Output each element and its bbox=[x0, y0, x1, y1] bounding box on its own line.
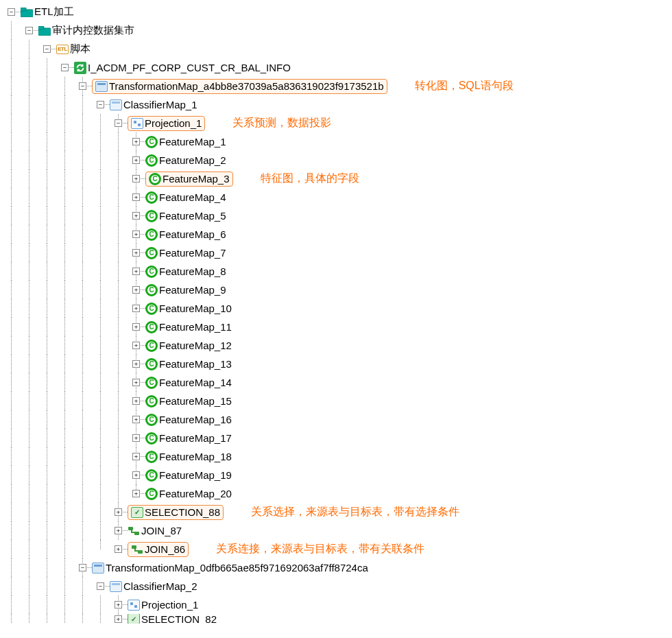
toggle-plus-icon[interactable]: + bbox=[132, 323, 140, 331]
annotation-text: 特征图，具体的字段 bbox=[261, 172, 359, 186]
toggle-minus-icon[interactable]: − bbox=[97, 582, 104, 590]
tree-node-featuremap[interactable]: +CFeatureMap_5 bbox=[3, 206, 669, 225]
node-label: FeatureMap_7 bbox=[159, 247, 226, 259]
featuremap-icon: C bbox=[145, 414, 158, 426]
node-label: FeatureMap_2 bbox=[159, 154, 226, 166]
featuremap-icon: C bbox=[145, 321, 158, 333]
node-label: FeatureMap_13 bbox=[159, 358, 232, 370]
node-label: I_ACDM_PF_CORP_CUST_CR_BAL_INFO bbox=[88, 62, 291, 73]
tree-node-featuremap[interactable]: +CFeatureMap_14 bbox=[3, 373, 669, 392]
tree-view: − ETL加工 − 审计内控数据集市 − ETL 脚本 − I_ACDM_PF_… bbox=[3, 3, 669, 624]
join-icon bbox=[128, 525, 140, 537]
toggle-minus-icon[interactable]: − bbox=[115, 119, 122, 127]
toggle-plus-icon[interactable]: + bbox=[132, 471, 140, 479]
tree-node-selection-88[interactable]: + ✓ SELECTION_88 关系选择，来源表与目标表，带有选择条件 bbox=[3, 503, 669, 521]
tree-node-featuremap[interactable]: +CFeatureMap_9 bbox=[3, 281, 669, 299]
tree-node-featuremap[interactable]: +CFeatureMap_15 bbox=[3, 392, 669, 410]
tree-node-featuremap[interactable]: +CFeatureMap_2 bbox=[3, 151, 669, 169]
toggle-plus-icon[interactable]: + bbox=[132, 231, 140, 238]
toggle-plus-icon[interactable]: + bbox=[132, 416, 140, 423]
toggle-minus-icon[interactable]: − bbox=[8, 8, 15, 16]
toggle-plus-icon[interactable]: + bbox=[132, 249, 140, 257]
svg-rect-3 bbox=[38, 26, 44, 29]
toggle-plus-icon[interactable]: + bbox=[132, 342, 140, 349]
toggle-minus-icon[interactable]: − bbox=[43, 45, 51, 53]
node-label: FeatureMap_9 bbox=[159, 284, 226, 296]
tree-node-join-86[interactable]: + JOIN_86 关系连接，来源表与目标表，带有关联条件 bbox=[3, 540, 669, 558]
toggle-plus-icon[interactable]: + bbox=[115, 527, 122, 534]
highlight-box: CFeatureMap_3 bbox=[145, 172, 233, 187]
tree-node-featuremap[interactable]: +CFeatureMap_8 bbox=[3, 262, 669, 281]
tree-node-transmap-1[interactable]: − TransformationMap_a4bb8e37039a5a836319… bbox=[3, 77, 669, 95]
tree-node-script[interactable]: − ETL 脚本 bbox=[3, 40, 669, 58]
toggle-plus-icon[interactable]: + bbox=[132, 453, 140, 460]
toggle-minus-icon[interactable]: − bbox=[97, 101, 104, 108]
featuremap-icon: C bbox=[145, 451, 158, 463]
tree-node-featuremap[interactable]: +CFeatureMap_16 bbox=[3, 410, 669, 429]
toggle-plus-icon[interactable]: + bbox=[132, 305, 140, 312]
tree-node-featuremap[interactable]: +CFeatureMap_20 bbox=[3, 484, 669, 503]
annotation-text: 关系连接，来源表与目标表，带有关联条件 bbox=[216, 542, 424, 556]
toggle-plus-icon[interactable]: + bbox=[132, 156, 140, 164]
tree-node-proc[interactable]: − I_ACDM_PF_CORP_CUST_CR_BAL_INFO bbox=[3, 58, 669, 77]
tree-node-featuremap[interactable]: +CFeatureMap_17 bbox=[3, 429, 669, 447]
tree-node-featuremap[interactable]: +CFeatureMap_19 bbox=[3, 466, 669, 484]
tree-node-featuremap[interactable]: +CFeatureMap_3特征图，具体的字段 bbox=[3, 169, 669, 188]
toggle-minus-icon[interactable]: − bbox=[25, 27, 33, 34]
tree-node-selection-82[interactable]: + ✓ SELECTION_82 bbox=[3, 614, 669, 624]
join-icon bbox=[131, 543, 143, 556]
toggle-plus-icon[interactable]: + bbox=[132, 360, 140, 368]
toggle-plus-icon[interactable]: + bbox=[132, 397, 140, 405]
toggle-minus-icon[interactable]: − bbox=[79, 564, 86, 571]
classifier-map-icon bbox=[110, 580, 122, 593]
node-label: FeatureMap_3 bbox=[163, 173, 230, 185]
toggle-plus-icon[interactable]: + bbox=[132, 268, 140, 275]
toggle-plus-icon[interactable]: + bbox=[115, 508, 122, 516]
annotation-text: 转化图，SQL语句段 bbox=[415, 79, 514, 93]
node-label: JOIN_86 bbox=[145, 543, 185, 555]
featuremap-icon: C bbox=[145, 469, 158, 482]
tree-node-root[interactable]: − ETL加工 bbox=[3, 3, 669, 21]
toggle-plus-icon[interactable]: + bbox=[132, 286, 140, 294]
node-label: FeatureMap_5 bbox=[159, 210, 226, 222]
tree-node-featuremap[interactable]: +CFeatureMap_6 bbox=[3, 225, 669, 244]
transformation-map-icon bbox=[95, 80, 108, 93]
tree-node-projection-2[interactable]: + Projection_1 bbox=[3, 595, 669, 614]
tree-node-featuremap[interactable]: +CFeatureMap_7 bbox=[3, 244, 669, 262]
toggle-minus-icon[interactable]: − bbox=[61, 64, 69, 71]
toggle-plus-icon[interactable]: + bbox=[132, 434, 140, 442]
tree-node-join-87[interactable]: + JOIN_87 bbox=[3, 521, 669, 540]
toggle-plus-icon[interactable]: + bbox=[115, 601, 122, 609]
node-label: FeatureMap_11 bbox=[159, 321, 232, 333]
tree-node-projection-1[interactable]: − Projection_1 关系预测，数据投影 bbox=[3, 114, 669, 132]
tree-node-classmap-1[interactable]: − ClassifierMap_1 bbox=[3, 95, 669, 114]
toggle-plus-icon[interactable]: + bbox=[132, 193, 140, 201]
toggle-plus-icon[interactable]: + bbox=[132, 212, 140, 220]
toggle-plus-icon[interactable]: + bbox=[132, 379, 140, 386]
tree-node-featuremap[interactable]: +CFeatureMap_1 bbox=[3, 132, 669, 151]
node-label: 脚本 bbox=[70, 43, 91, 56]
node-label: ClassifierMap_1 bbox=[123, 99, 197, 110]
toggle-plus-icon[interactable]: + bbox=[132, 138, 140, 145]
node-label: FeatureMap_17 bbox=[159, 432, 232, 444]
tree-node-featuremap[interactable]: +CFeatureMap_18 bbox=[3, 447, 669, 466]
tree-node-transmap-2[interactable]: − TransformationMap_0dfb665ae85f97169206… bbox=[3, 558, 669, 577]
tree-node-featuremap[interactable]: +CFeatureMap_11 bbox=[3, 318, 669, 336]
tree-node-audit[interactable]: − 审计内控数据集市 bbox=[3, 21, 669, 40]
toggle-plus-icon[interactable]: + bbox=[115, 615, 122, 623]
tree-node-classmap-2[interactable]: − ClassifierMap_2 bbox=[3, 577, 669, 595]
featuremap-icon: C bbox=[145, 358, 158, 370]
node-label: FeatureMap_12 bbox=[159, 340, 232, 351]
tree-node-featuremap[interactable]: +CFeatureMap_13 bbox=[3, 355, 669, 373]
tree-node-featuremap[interactable]: +CFeatureMap_10 bbox=[3, 299, 669, 318]
toggle-minus-icon[interactable]: − bbox=[79, 82, 86, 90]
tree-node-featuremap[interactable]: +CFeatureMap_4 bbox=[3, 188, 669, 206]
tree-node-featuremap[interactable]: +CFeatureMap_12 bbox=[3, 336, 669, 355]
toggle-plus-icon[interactable]: + bbox=[132, 490, 140, 497]
classifier-map-icon bbox=[110, 99, 122, 111]
projection-icon bbox=[128, 599, 140, 611]
featuremap-icon: C bbox=[145, 191, 158, 204]
node-label: Projection_1 bbox=[141, 599, 198, 611]
toggle-plus-icon[interactable]: + bbox=[132, 175, 140, 182]
toggle-plus-icon[interactable]: + bbox=[115, 545, 122, 553]
